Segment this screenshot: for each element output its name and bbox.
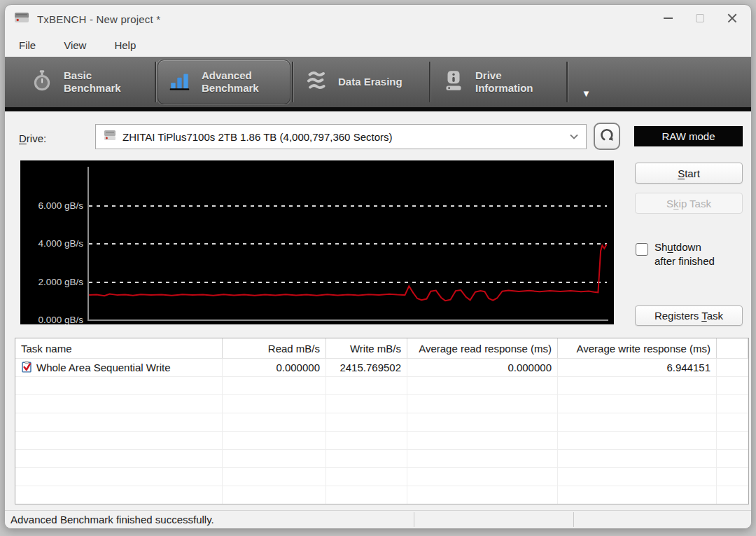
table-row-empty[interactable] — [15, 395, 748, 413]
refresh-drives-button[interactable] — [594, 123, 620, 150]
minimize-icon — [664, 18, 673, 19]
tab-label: Data Erasing — [338, 76, 402, 88]
tab-data-erasing[interactable]: Data Erasing — [295, 60, 428, 104]
minimize-button[interactable] — [652, 5, 684, 32]
tab-label: AdvancedBenchmark — [202, 69, 259, 94]
tabbar-bottom-strip — [5, 107, 751, 111]
header-write[interactable]: Write mB/s — [326, 338, 407, 358]
drive-icon — [103, 128, 117, 145]
task-clipboard-check-icon — [21, 361, 33, 375]
tab-separator — [429, 62, 430, 102]
task-avg-write-value: 6.944151 — [558, 359, 717, 376]
y-tick: 4.000 gB/s — [38, 238, 83, 249]
y-tick: 0.000 gB/s — [38, 315, 83, 325]
y-tick: 6.000 gB/s — [38, 200, 83, 210]
task-read-value: 0.000000 — [223, 359, 326, 376]
tab-separator — [155, 62, 156, 102]
table-row-whole-area-sequential-write[interactable]: Whole Area Sequential Write 0.000000 241… — [15, 359, 748, 377]
throughput-line — [89, 244, 607, 301]
table-row-empty[interactable] — [15, 450, 748, 468]
chart-x-axis — [88, 319, 608, 321]
tab-separator — [566, 62, 568, 102]
table-row-empty[interactable] — [15, 468, 748, 486]
tab-advanced-benchmark[interactable]: AdvancedBenchmark — [158, 60, 290, 104]
task-name: Whole Area Sequential Write — [36, 362, 171, 373]
tab-drive-information[interactable]: DriveInformation — [432, 60, 565, 104]
tab-label: DriveInformation — [475, 69, 533, 94]
header-avg-read[interactable]: Average read response (ms) — [407, 338, 558, 358]
maximize-icon — [696, 14, 704, 22]
chevron-down-icon — [569, 130, 579, 143]
status-message: Advanced Benchmark finished successfully… — [10, 514, 214, 525]
drive-label: Drive: — [19, 132, 46, 144]
titlebar[interactable]: TxBENCH - New project * — [5, 5, 751, 33]
bar-chart-icon — [168, 69, 192, 95]
tab-separator — [292, 62, 293, 102]
table-empty-rows — [15, 377, 748, 504]
menu-view[interactable]: View — [59, 37, 90, 53]
erase-waves-icon — [304, 69, 328, 95]
table-header-row: Task name Read mB/s Write mB/s Average r… — [15, 338, 748, 359]
task-write-value: 2415.769502 — [326, 359, 407, 376]
menu-help[interactable]: Help — [110, 37, 140, 53]
tab-basic-benchmark[interactable]: BasicBenchmark — [20, 60, 153, 104]
app-window: TxBENCH - New project * File View Help — [4, 4, 752, 529]
statusbar-separator — [414, 512, 414, 527]
tabbar: BasicBenchmark AdvancedBenchmark — [5, 57, 751, 111]
statusbar-separator — [573, 512, 574, 527]
drive-select[interactable]: ZHITAI TiPlus7100s 2TB 1.86 TB (4,000,79… — [95, 124, 587, 149]
y-tick: 2.000 gB/s — [38, 276, 83, 287]
app-icon — [13, 9, 30, 29]
stopwatch-icon — [30, 69, 54, 95]
table-row-empty[interactable] — [15, 486, 748, 504]
close-icon — [727, 13, 737, 23]
header-task-name[interactable]: Task name — [15, 338, 223, 358]
table-row-empty[interactable] — [15, 432, 748, 450]
statusbar: Advanced Benchmark finished successfully… — [5, 510, 751, 528]
chart-y-axis-labels: 6.000 gB/s 4.000 gB/s 2.000 gB/s 0.000 g… — [23, 167, 83, 319]
menubar: File View Help — [5, 33, 751, 57]
close-button[interactable] — [716, 5, 748, 32]
shutdown-checkbox-label: Shutdown after finished — [654, 240, 715, 268]
header-avg-write[interactable]: Average write response (ms) — [558, 338, 717, 358]
task-table: Task name Read mB/s Write mB/s Average r… — [15, 338, 749, 504]
drive-info-icon — [442, 69, 465, 95]
header-read[interactable]: Read mB/s — [223, 338, 326, 358]
tab-label: BasicBenchmark — [64, 69, 121, 94]
refresh-icon — [598, 127, 615, 146]
drive-select-value: ZHITAI TiPlus7100s 2TB 1.86 TB (4,000,79… — [122, 131, 564, 143]
registers-task-button[interactable]: Registers Task — [635, 305, 743, 326]
maximize-button[interactable] — [684, 5, 716, 32]
table-row-empty[interactable] — [15, 413, 748, 432]
start-button[interactable]: Start — [635, 163, 743, 184]
raw-mode-button[interactable]: RAW mode — [634, 126, 743, 146]
window-title: TxBENCH - New project * — [37, 13, 160, 25]
task-avg-read-value: 0.000000 — [407, 359, 558, 376]
chart-plot-area — [89, 167, 607, 319]
skip-task-button[interactable]: Skip Task — [635, 193, 743, 214]
shutdown-checkbox[interactable] — [636, 243, 648, 256]
menu-file[interactable]: File — [15, 37, 40, 53]
throughput-chart: 6.000 gB/s 4.000 gB/s 2.000 gB/s 0.000 g… — [20, 160, 614, 324]
tab-overflow-arrow-icon[interactable]: ▼ — [582, 88, 591, 99]
table-row-empty[interactable] — [15, 377, 748, 395]
